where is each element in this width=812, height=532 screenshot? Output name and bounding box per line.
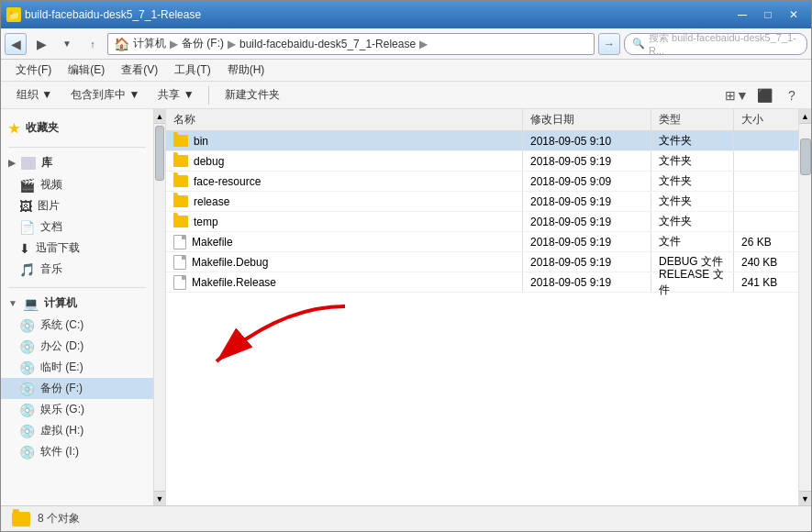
col-header-name[interactable]: 名称: [166, 109, 523, 130]
folder-icon: [173, 195, 188, 207]
minimize-button[interactable]: ─: [730, 6, 754, 24]
file-type: 文件: [651, 232, 734, 251]
sidebar-favorites-header[interactable]: ★ 收藏夹: [1, 116, 153, 139]
sidebar-library-header[interactable]: ▶ 库: [1, 151, 153, 174]
close-button[interactable]: ✕: [782, 6, 806, 24]
address-path[interactable]: 🏠 计算机 ▶ 备份 (F:) ▶ build-facebaidu-desk5_…: [107, 33, 595, 55]
sidebar-scroll-thumb[interactable]: [155, 126, 164, 181]
sidebar-scroll-down[interactable]: ▼: [154, 491, 165, 505]
path-part-3: build-facebaidu-desk5_7_1-Release: [239, 38, 416, 50]
status-bar: 8 个对象: [1, 505, 811, 531]
status-folder-icon: [12, 512, 30, 526]
drive-h-icon: 💿: [19, 424, 35, 438]
file-row[interactable]: temp 2018-09-05 9:19 文件夹: [166, 212, 798, 232]
address-go-button[interactable]: →: [598, 33, 620, 55]
sidebar: ★ 收藏夹 ▶ 库 🎬 视频: [1, 109, 153, 505]
search-box[interactable]: 🔍 搜索 build-facebaidu-desk5_7_1-R...: [624, 33, 807, 55]
file-list-with-scroll: 名称 修改日期 类型 大小 bin 2018-09-05 9:10 文件夹 de…: [166, 109, 811, 505]
sidebar-item-drive-c[interactable]: 💿 系统 (C:): [1, 315, 153, 336]
file-row[interactable]: bin 2018-09-05 9:10 文件夹: [166, 131, 798, 151]
sidebar-item-video[interactable]: 🎬 视频: [1, 174, 153, 195]
file-row[interactable]: Makefile 2018-09-05 9:19 文件 26 KB: [166, 232, 798, 252]
include-library-button[interactable]: 包含到库中 ▼: [62, 84, 148, 106]
sidebar-scroll-up[interactable]: ▲: [154, 109, 165, 124]
title-bar: 📁 build-facebaidu-desk5_7_1-Release ─ □ …: [1, 1, 811, 28]
help-button[interactable]: ?: [780, 85, 804, 105]
file-row[interactable]: face-resource 2018-09-05 9:09 文件夹: [166, 172, 798, 192]
menu-help[interactable]: 帮助(H): [220, 61, 273, 80]
toolbar-right: ⊞▼ ⬛ ?: [725, 85, 804, 105]
recent-button[interactable]: ▼: [56, 33, 78, 55]
file-panel: 名称 修改日期 类型 大小 bin 2018-09-05 9:10 文件夹 de…: [166, 109, 811, 505]
menu-edit[interactable]: 编辑(E): [61, 61, 112, 80]
preview-pane-button[interactable]: ⬛: [752, 85, 776, 105]
file-type: 文件夹: [651, 131, 734, 150]
file-row[interactable]: debug 2018-09-05 9:19 文件夹: [166, 151, 798, 172]
path-part-1: 计算机: [133, 36, 166, 51]
download-icon: ⬇: [19, 241, 30, 256]
file-name-text: debug: [194, 155, 224, 168]
file-rows: bin 2018-09-05 9:10 文件夹 debug 2018-09-05…: [166, 131, 798, 293]
sidebar-item-drive-g[interactable]: 💿 娱乐 (G:): [1, 399, 153, 420]
col-header-size[interactable]: 大小: [734, 109, 798, 130]
file-name: temp: [166, 212, 523, 231]
sidebar-item-drive-e[interactable]: 💿 临时 (E:): [1, 357, 153, 378]
download-label: 迅雷下载: [36, 240, 80, 256]
library-label: 库: [41, 155, 52, 171]
folder-icon: [173, 216, 188, 227]
sidebar-divider-2: [8, 287, 146, 288]
col-header-type[interactable]: 类型: [651, 109, 734, 130]
sidebar-item-music[interactable]: 🎵 音乐: [1, 259, 153, 280]
sidebar-item-picture[interactable]: 🖼 图片: [1, 195, 153, 216]
folder-icon: [173, 155, 188, 167]
menu-file[interactable]: 文件(F): [8, 61, 59, 80]
file-row[interactable]: release 2018-09-05 9:19 文件夹: [166, 192, 798, 212]
maximize-button[interactable]: □: [756, 6, 780, 24]
sidebar-section-computer: ▼ 💻 计算机 💿 系统 (C:) 💿 办公 (D:) 💿 临时 (: [1, 292, 153, 462]
sidebar-item-drive-f[interactable]: 💿 备份 (F:): [1, 378, 153, 399]
title-bar-controls: ─ □ ✕: [730, 6, 806, 24]
sidebar-item-drive-h[interactable]: 💿 虚拟 (H:): [1, 420, 153, 441]
scroll-up-button[interactable]: ▲: [799, 109, 812, 124]
menu-view[interactable]: 查看(V): [114, 61, 165, 80]
col-header-date[interactable]: 修改日期: [523, 109, 651, 130]
scroll-thumb[interactable]: [800, 139, 811, 175]
forward-button[interactable]: ▶: [30, 33, 52, 55]
file-size: 240 KB: [734, 252, 798, 272]
up-button[interactable]: ↑: [82, 33, 104, 55]
path-part-2: 备份 (F:): [182, 36, 224, 51]
file-size: 241 KB: [734, 272, 798, 292]
drive-c-label: 系统 (C:): [40, 317, 83, 333]
menu-tools[interactable]: 工具(T): [167, 61, 217, 80]
window-title: build-facebaidu-desk5_7_1-Release: [25, 8, 201, 21]
file-name-text: bin: [194, 135, 208, 148]
video-label: 视频: [40, 177, 62, 193]
explorer-window: 📁 build-facebaidu-desk5_7_1-Release ─ □ …: [0, 0, 812, 532]
file-name-text: Makefile: [192, 236, 233, 249]
file-date: 2018-09-05 9:19: [523, 192, 651, 211]
organize-button[interactable]: 组织 ▼: [8, 84, 61, 106]
view-toggle-button[interactable]: ⊞▼: [725, 85, 749, 105]
sidebar-item-download[interactable]: ⬇ 迅雷下载: [1, 238, 153, 259]
sidebar-divider-1: [8, 147, 146, 148]
new-folder-button[interactable]: 新建文件夹: [215, 84, 290, 106]
sidebar-section-favorites: ★ 收藏夹: [1, 116, 153, 139]
sidebar-item-drive-i[interactable]: 💿 软件 (I:): [1, 441, 153, 462]
file-date: 2018-09-05 9:19: [523, 272, 651, 292]
library-expand-icon: ▶: [8, 158, 16, 168]
drive-g-label: 娱乐 (G:): [40, 402, 84, 417]
scroll-down-button[interactable]: ▼: [799, 491, 812, 505]
sidebar-item-drive-d[interactable]: 💿 办公 (D:): [1, 336, 153, 357]
column-headers: 名称 修改日期 类型 大小: [166, 109, 798, 131]
window-icon: 📁: [6, 7, 21, 22]
sidebar-item-document[interactable]: 📄 文档: [1, 216, 153, 238]
folder-icon: [173, 135, 188, 147]
status-count: 8 个对象: [38, 511, 80, 526]
file-name: Makefile: [166, 232, 523, 251]
share-button[interactable]: 共享 ▼: [150, 84, 202, 106]
file-size: [734, 131, 798, 150]
back-button[interactable]: ◀: [5, 33, 27, 55]
file-row[interactable]: Makefile.Release 2018-09-05 9:19 RELEASE…: [166, 272, 798, 293]
file-name-text: face-resource: [194, 175, 261, 188]
sidebar-computer-header[interactable]: ▼ 💻 计算机: [1, 292, 153, 315]
